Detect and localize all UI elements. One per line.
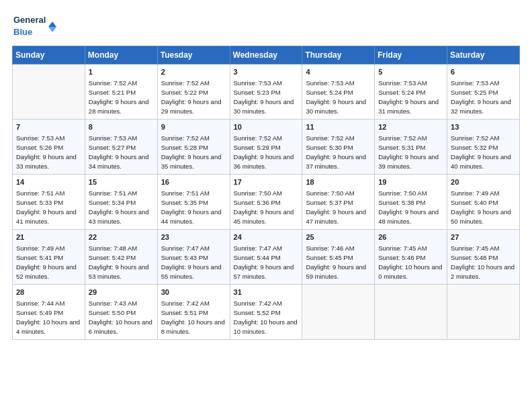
day-number: 25 [306, 232, 371, 242]
cell-info: Sunrise: 7:51 AMSunset: 5:34 PMDaylight:… [89, 189, 154, 226]
cell-info: Sunrise: 7:53 AMSunset: 5:24 PMDaylight:… [306, 79, 371, 116]
day-number: 7 [16, 122, 82, 132]
calendar-table: SundayMondayTuesdayWednesdayThursdayFrid… [12, 46, 520, 340]
day-number: 14 [16, 177, 82, 187]
week-row-2: 7Sunrise: 7:53 AMSunset: 5:26 PMDaylight… [13, 120, 520, 175]
day-number: 3 [234, 67, 300, 77]
calendar-cell [375, 285, 447, 340]
day-number: 5 [378, 67, 444, 77]
header-row: SundayMondayTuesdayWednesdayThursdayFrid… [13, 46, 520, 64]
logo: General Blue [12, 12, 66, 42]
calendar-cell: 20Sunrise: 7:49 AMSunset: 5:40 PMDayligh… [447, 175, 520, 230]
cell-info: Sunrise: 7:43 AMSunset: 5:50 PMDaylight:… [89, 299, 154, 336]
calendar-cell: 2Sunrise: 7:52 AMSunset: 5:22 PMDaylight… [157, 64, 230, 120]
calendar-cell [13, 64, 85, 120]
calendar-cell: 25Sunrise: 7:46 AMSunset: 5:45 PMDayligh… [302, 230, 375, 285]
day-number: 24 [234, 232, 300, 242]
cell-info: Sunrise: 7:52 AMSunset: 5:28 PMDaylight:… [161, 134, 227, 171]
calendar-cell: 6Sunrise: 7:53 AMSunset: 5:25 PMDaylight… [447, 64, 520, 120]
calendar-cell: 31Sunrise: 7:42 AMSunset: 5:52 PMDayligh… [230, 285, 302, 340]
calendar-cell: 13Sunrise: 7:52 AMSunset: 5:32 PMDayligh… [447, 120, 520, 175]
day-number: 8 [89, 122, 154, 132]
day-number: 20 [451, 177, 517, 187]
calendar-cell: 27Sunrise: 7:45 AMSunset: 5:48 PMDayligh… [447, 230, 520, 285]
week-row-1: 1Sunrise: 7:52 AMSunset: 5:21 PMDaylight… [13, 64, 520, 120]
day-number: 21 [16, 232, 82, 242]
cell-info: Sunrise: 7:45 AMSunset: 5:48 PMDaylight:… [451, 244, 517, 281]
day-number: 18 [306, 177, 371, 187]
cell-info: Sunrise: 7:53 AMSunset: 5:23 PMDaylight:… [234, 79, 300, 116]
cell-info: Sunrise: 7:47 AMSunset: 5:43 PMDaylight:… [161, 244, 227, 281]
calendar-cell: 9Sunrise: 7:52 AMSunset: 5:28 PMDaylight… [157, 120, 230, 175]
cell-info: Sunrise: 7:44 AMSunset: 5:49 PMDaylight:… [16, 299, 82, 336]
logo-svg: General Blue [12, 12, 66, 42]
day-header-monday: Monday [85, 46, 157, 64]
calendar-cell: 8Sunrise: 7:53 AMSunset: 5:27 PMDaylight… [85, 120, 157, 175]
day-number: 11 [306, 122, 371, 132]
day-header-friday: Friday [375, 46, 447, 64]
calendar-cell: 3Sunrise: 7:53 AMSunset: 5:23 PMDaylight… [230, 64, 302, 120]
day-number: 6 [451, 67, 517, 77]
day-number: 31 [234, 287, 300, 298]
calendar-cell: 11Sunrise: 7:52 AMSunset: 5:30 PMDayligh… [302, 120, 375, 175]
cell-info: Sunrise: 7:53 AMSunset: 5:27 PMDaylight:… [89, 134, 154, 171]
day-header-wednesday: Wednesday [230, 46, 302, 64]
main-container: General Blue SundayMondayTuesdayWednesda… [0, 0, 532, 347]
day-header-saturday: Saturday [447, 46, 520, 64]
calendar-cell: 18Sunrise: 7:50 AMSunset: 5:37 PMDayligh… [302, 175, 375, 230]
calendar-cell: 7Sunrise: 7:53 AMSunset: 5:26 PMDaylight… [13, 120, 85, 175]
day-number: 13 [451, 122, 517, 132]
day-number: 23 [161, 232, 227, 242]
day-number: 19 [378, 177, 444, 187]
day-number: 1 [89, 67, 154, 77]
cell-info: Sunrise: 7:42 AMSunset: 5:51 PMDaylight:… [161, 299, 227, 336]
day-number: 22 [89, 232, 154, 242]
week-row-5: 28Sunrise: 7:44 AMSunset: 5:49 PMDayligh… [13, 285, 520, 340]
svg-text:General: General [13, 15, 46, 25]
day-number: 2 [161, 67, 227, 77]
calendar-cell: 14Sunrise: 7:51 AMSunset: 5:33 PMDayligh… [13, 175, 85, 230]
calendar-cell: 26Sunrise: 7:45 AMSunset: 5:46 PMDayligh… [375, 230, 447, 285]
svg-marker-2 [48, 27, 56, 32]
day-header-thursday: Thursday [302, 46, 375, 64]
cell-info: Sunrise: 7:50 AMSunset: 5:37 PMDaylight:… [306, 189, 371, 226]
cell-info: Sunrise: 7:50 AMSunset: 5:36 PMDaylight:… [234, 189, 300, 226]
cell-info: Sunrise: 7:49 AMSunset: 5:41 PMDaylight:… [16, 244, 82, 281]
day-header-sunday: Sunday [13, 46, 85, 64]
day-number: 17 [234, 177, 300, 187]
calendar-cell: 23Sunrise: 7:47 AMSunset: 5:43 PMDayligh… [157, 230, 230, 285]
cell-info: Sunrise: 7:45 AMSunset: 5:46 PMDaylight:… [378, 244, 444, 281]
calendar-cell: 22Sunrise: 7:48 AMSunset: 5:42 PMDayligh… [85, 230, 157, 285]
day-number: 15 [89, 177, 154, 187]
day-number: 10 [234, 122, 300, 132]
day-number: 29 [89, 287, 154, 298]
calendar-cell: 17Sunrise: 7:50 AMSunset: 5:36 PMDayligh… [230, 175, 302, 230]
svg-text:Blue: Blue [13, 27, 32, 37]
calendar-cell: 24Sunrise: 7:47 AMSunset: 5:44 PMDayligh… [230, 230, 302, 285]
cell-info: Sunrise: 7:46 AMSunset: 5:45 PMDaylight:… [306, 244, 371, 281]
cell-info: Sunrise: 7:51 AMSunset: 5:35 PMDaylight:… [161, 189, 227, 226]
cell-info: Sunrise: 7:48 AMSunset: 5:42 PMDaylight:… [89, 244, 154, 281]
cell-info: Sunrise: 7:52 AMSunset: 5:21 PMDaylight:… [89, 79, 154, 116]
calendar-cell: 29Sunrise: 7:43 AMSunset: 5:50 PMDayligh… [85, 285, 157, 340]
calendar-cell: 21Sunrise: 7:49 AMSunset: 5:41 PMDayligh… [13, 230, 85, 285]
day-header-tuesday: Tuesday [157, 46, 230, 64]
cell-info: Sunrise: 7:49 AMSunset: 5:40 PMDaylight:… [451, 189, 517, 226]
calendar-cell: 15Sunrise: 7:51 AMSunset: 5:34 PMDayligh… [85, 175, 157, 230]
cell-info: Sunrise: 7:52 AMSunset: 5:32 PMDaylight:… [451, 134, 517, 171]
calendar-cell: 19Sunrise: 7:50 AMSunset: 5:38 PMDayligh… [375, 175, 447, 230]
day-number: 27 [451, 232, 517, 242]
day-number: 9 [161, 122, 227, 132]
day-number: 4 [306, 67, 371, 77]
week-row-4: 21Sunrise: 7:49 AMSunset: 5:41 PMDayligh… [13, 230, 520, 285]
calendar-cell: 28Sunrise: 7:44 AMSunset: 5:49 PMDayligh… [13, 285, 85, 340]
calendar-cell [302, 285, 375, 340]
cell-info: Sunrise: 7:52 AMSunset: 5:30 PMDaylight:… [306, 134, 371, 171]
calendar-cell: 16Sunrise: 7:51 AMSunset: 5:35 PMDayligh… [157, 175, 230, 230]
day-number: 12 [378, 122, 444, 132]
week-row-3: 14Sunrise: 7:51 AMSunset: 5:33 PMDayligh… [13, 175, 520, 230]
cell-info: Sunrise: 7:47 AMSunset: 5:44 PMDaylight:… [234, 244, 300, 281]
cell-info: Sunrise: 7:53 AMSunset: 5:25 PMDaylight:… [451, 79, 517, 116]
calendar-cell [447, 285, 520, 340]
cell-info: Sunrise: 7:51 AMSunset: 5:33 PMDaylight:… [16, 189, 82, 226]
